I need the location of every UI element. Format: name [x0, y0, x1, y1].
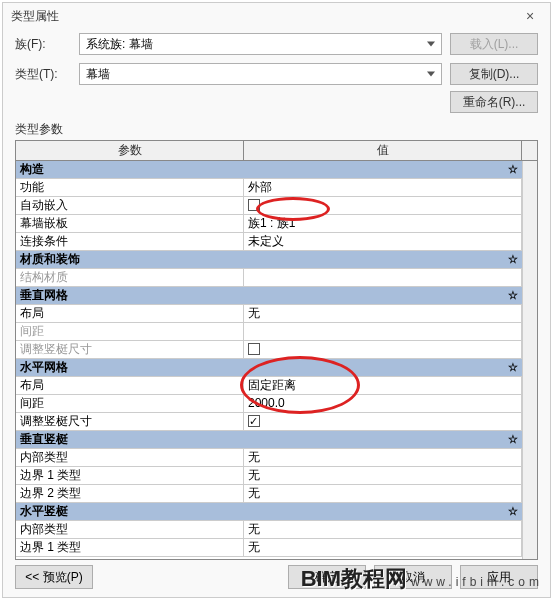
type-label: 类型(T):: [15, 66, 71, 83]
checkbox[interactable]: [248, 343, 260, 355]
category-row[interactable]: 水平竖梃☆: [16, 503, 522, 521]
duplicate-button[interactable]: 复制(D)...: [450, 63, 538, 85]
collapse-icon[interactable]: ☆: [504, 431, 522, 448]
category-row[interactable]: 材质和装饰☆: [16, 251, 522, 269]
category-row[interactable]: 垂直网格☆: [16, 287, 522, 305]
params-label: 类型参数: [3, 115, 550, 140]
table-row: 布局无: [16, 305, 522, 323]
table-row: 内部类型无: [16, 449, 522, 467]
table-row: 功能外部: [16, 179, 522, 197]
collapse-icon[interactable]: ☆: [504, 359, 522, 376]
table-row: 间距: [16, 323, 522, 341]
dialog-title: 类型属性: [11, 8, 518, 25]
checkbox[interactable]: [248, 415, 260, 427]
type-combo[interactable]: 幕墙: [79, 63, 442, 85]
header-param[interactable]: 参数: [16, 141, 244, 160]
params-grid: 参数 值 构造☆ 功能外部 自动嵌入 幕墙嵌板族1 : 族1 连接条件未定义 材…: [15, 140, 538, 560]
collapse-icon[interactable]: ☆: [504, 503, 522, 520]
table-row: 内部类型无: [16, 521, 522, 539]
family-combo[interactable]: 系统族: 幕墙: [79, 33, 442, 55]
header-value[interactable]: 值: [244, 141, 522, 160]
table-row: 幕墙嵌板族1 : 族1: [16, 215, 522, 233]
preview-button[interactable]: << 预览(P): [15, 565, 93, 589]
table-row: 结构材质: [16, 269, 522, 287]
watermark: BIM教程网 www.ifbim.com: [301, 564, 543, 594]
table-row: 边界 2 类型无: [16, 485, 522, 503]
category-row[interactable]: 水平网格☆: [16, 359, 522, 377]
collapse-icon[interactable]: ☆: [504, 287, 522, 304]
table-row: 布局固定距离: [16, 377, 522, 395]
table-row: 调整竖梃尺寸: [16, 413, 522, 431]
rename-button[interactable]: 重命名(R)...: [450, 91, 538, 113]
table-row: 连接条件未定义: [16, 233, 522, 251]
scrollbar[interactable]: [522, 161, 538, 559]
table-row: 间距2000.0: [16, 395, 522, 413]
load-button: 载入(L)...: [450, 33, 538, 55]
table-row: 调整竖梃尺寸: [16, 341, 522, 359]
checkbox[interactable]: [248, 199, 260, 211]
collapse-icon[interactable]: ☆: [504, 161, 522, 178]
table-row: 边界 1 类型无: [16, 467, 522, 485]
category-row[interactable]: 垂直竖梃☆: [16, 431, 522, 449]
table-row: 边界 1 类型无: [16, 539, 522, 557]
collapse-icon[interactable]: ☆: [504, 251, 522, 268]
table-row: 自动嵌入: [16, 197, 522, 215]
close-icon[interactable]: ×: [518, 8, 542, 24]
family-label: 族(F):: [15, 36, 71, 53]
category-row[interactable]: 构造☆: [16, 161, 522, 179]
header-scroll-spacer: [522, 141, 538, 160]
